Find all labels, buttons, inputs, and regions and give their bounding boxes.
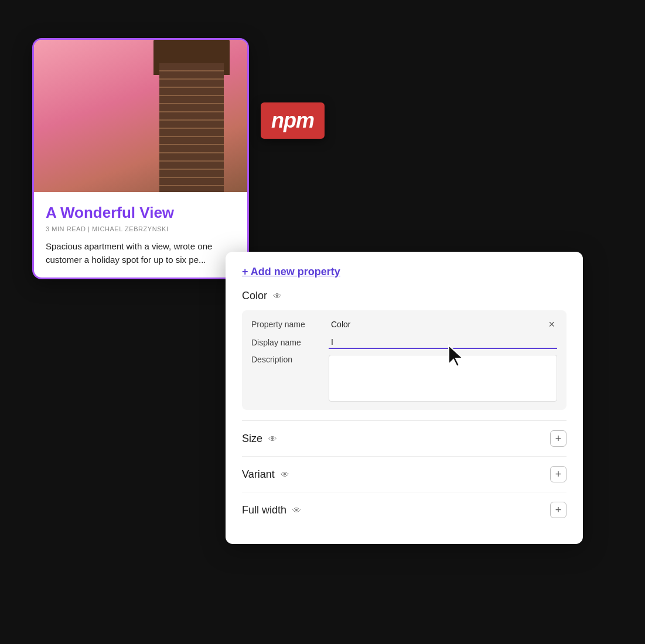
full-width-property-label: Full width	[242, 504, 286, 516]
full-width-expand-button[interactable]: +	[550, 502, 566, 518]
description-row: Description	[251, 355, 557, 402]
npm-badge: npm	[261, 102, 325, 139]
size-expand-button[interactable]: +	[550, 430, 566, 447]
color-visibility-icon[interactable]: 👁	[273, 291, 282, 301]
size-visibility-icon[interactable]: 👁	[268, 434, 277, 444]
close-property-button[interactable]: ×	[546, 319, 557, 330]
display-name-label: Display name	[251, 338, 322, 347]
display-name-input[interactable]	[329, 336, 557, 349]
building	[159, 63, 224, 192]
property-name-row: Property name Color ×	[251, 318, 557, 330]
variant-property-label: Variant	[242, 468, 275, 481]
blog-title: A Wonderful View	[46, 204, 236, 222]
description-textarea[interactable]	[329, 355, 557, 402]
variant-property-row[interactable]: Variant 👁 +	[242, 457, 566, 492]
property-name-value: Color	[329, 318, 539, 330]
blog-excerpt: Spacious apartment with a view, wrote on…	[46, 239, 236, 267]
full-width-visibility-icon[interactable]: 👁	[292, 505, 301, 515]
blog-card: A Wonderful View 3 MIN READ | MICHAEL ZE…	[32, 38, 249, 279]
color-property-form: Property name Color × Display name Descr…	[242, 310, 566, 410]
description-label: Description	[251, 355, 322, 364]
blog-card-image	[34, 40, 247, 192]
color-property-label: Color	[242, 290, 267, 302]
npm-logo-text: npm	[271, 108, 314, 133]
display-name-row: Display name	[251, 336, 557, 349]
blog-meta: 3 MIN READ | MICHAEL ZEBRZYNSKI	[46, 225, 236, 232]
variant-expand-button[interactable]: +	[550, 466, 566, 482]
properties-panel: + Add new property Color 👁 Property name…	[226, 252, 583, 544]
color-property-row: Color 👁 Property name Color × Display na…	[242, 290, 566, 421]
size-property-row[interactable]: Size 👁 +	[242, 421, 566, 457]
size-property-label: Size	[242, 433, 262, 445]
variant-visibility-icon[interactable]: 👁	[281, 470, 289, 479]
color-property-header: Color 👁	[242, 290, 566, 302]
blog-card-body: A Wonderful View 3 MIN READ | MICHAEL ZE…	[34, 192, 247, 278]
add-new-property-link[interactable]: + Add new property	[242, 266, 340, 278]
full-width-property-row[interactable]: Full width 👁 +	[242, 492, 566, 527]
property-name-label: Property name	[251, 320, 322, 329]
